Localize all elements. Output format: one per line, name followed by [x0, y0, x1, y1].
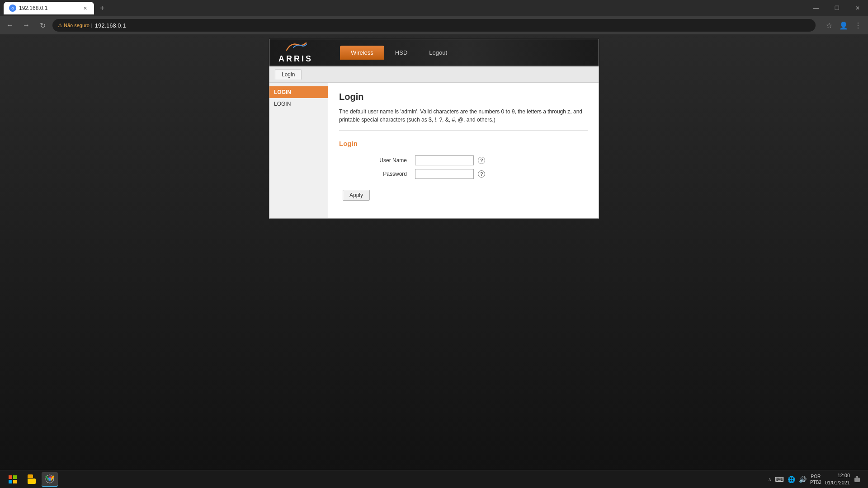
login-form: User Name ? Password ? [339, 154, 588, 181]
profile-icon[interactable]: 👤 [837, 19, 850, 32]
breadcrumb[interactable]: Login [275, 69, 302, 80]
window-controls: — ❐ ✕ [806, 0, 868, 16]
sidebar: LOGIN LOGIN [269, 83, 328, 218]
system-tray: ∧ ⌨ 🌐 🔊 POR PTB2 12:00 01/01/2021 [764, 472, 864, 487]
system-clock[interactable]: 12:00 01/01/2021 [825, 472, 850, 486]
network-icon[interactable]: 🌐 [788, 476, 795, 483]
nav-tab-hsd[interactable]: HSD [384, 46, 418, 60]
svg-rect-4 [854, 478, 860, 482]
notification-icon [854, 476, 860, 483]
breadcrumb-bar: Login [269, 66, 599, 83]
volume-icon[interactable]: 🔊 [799, 476, 807, 483]
clock-time: 12:00 [825, 472, 850, 479]
username-row: User Name ? [339, 154, 588, 167]
keyboard-icon[interactable]: ⌨ [775, 476, 784, 483]
not-secure-indicator: ⚠ Não seguro | [58, 23, 92, 28]
new-tab-button[interactable]: + [96, 2, 108, 14]
url-bar[interactable]: ⚠ Não seguro | 192.168.0.1 [52, 19, 816, 32]
clock-date: 01/01/2021 [825, 479, 850, 486]
browser-tab-active[interactable]: G 192.168.0.1 ✕ [4, 2, 94, 14]
arris-bird-icon [284, 41, 307, 54]
brand-name: ARRIS [278, 54, 313, 64]
password-row: Password ? [339, 167, 588, 181]
window-minimize-button[interactable]: — [806, 0, 826, 16]
chrome-icon [45, 474, 54, 483]
page-title: Login [339, 92, 588, 102]
password-label: Password [339, 167, 411, 181]
browser-window: G 192.168.0.1 ✕ + — ❐ ✕ ← → ↻ ⚠ Não segu… [0, 0, 868, 34]
language-code: POR PTB2 [810, 474, 821, 485]
refresh-button[interactable]: ↻ [36, 19, 49, 32]
taskbar-chrome[interactable] [42, 472, 58, 487]
password-input[interactable] [415, 169, 474, 179]
username-input[interactable] [415, 155, 474, 165]
sidebar-item-login-active[interactable]: LOGIN [269, 86, 328, 98]
window-close-button[interactable]: ✕ [847, 0, 868, 16]
arris-logo: ARRIS [278, 41, 313, 64]
warning-icon: ⚠ [58, 23, 62, 28]
back-button[interactable]: ← [4, 19, 16, 32]
menu-icon[interactable]: ⋮ [852, 19, 864, 32]
page-wrapper: ARRIS Wireless HSD Logout Login [0, 34, 868, 488]
sidebar-item-login[interactable]: LOGIN [269, 98, 328, 110]
tab-favicon: G [9, 5, 16, 12]
main-content: LOGIN LOGIN Login The default user name … [269, 83, 599, 218]
tray-expand-icon[interactable]: ∧ [768, 477, 771, 482]
address-bar: ← → ↻ ⚠ Não seguro | 192.168.0.1 ☆ 👤 ⋮ [0, 16, 868, 34]
tab-bar: G 192.168.0.1 ✕ + — ❐ ✕ [0, 0, 868, 16]
nav-tab-logout[interactable]: Logout [418, 46, 458, 60]
form-actions: Apply [339, 190, 588, 201]
password-help-icon[interactable]: ? [478, 170, 485, 178]
svg-rect-5 [856, 476, 858, 478]
apply-button[interactable]: Apply [343, 190, 370, 201]
taskbar-file-explorer[interactable] [24, 472, 40, 487]
url-separator: | [91, 23, 92, 28]
content-description: The default user name is 'admin'. Valid … [339, 108, 588, 131]
username-help-icon[interactable]: ? [478, 157, 485, 164]
router-nav-tabs: Wireless HSD Logout [340, 46, 458, 60]
tab-title: 192.168.0.1 [19, 5, 47, 11]
language-indicator[interactable]: POR PTB2 [810, 474, 821, 485]
taskbar-apps [24, 472, 58, 487]
content-area: Login The default user name is 'admin'. … [328, 83, 599, 218]
svg-text:G: G [11, 7, 14, 10]
nav-tab-wireless[interactable]: Wireless [340, 46, 384, 60]
notification-button[interactable] [854, 472, 861, 487]
username-label: User Name [339, 154, 411, 167]
section-title: Login [339, 140, 588, 147]
windows-logo-icon [9, 475, 17, 483]
not-secure-label: Não seguro [64, 23, 90, 28]
taskbar: ∧ ⌨ 🌐 🔊 POR PTB2 12:00 01/01/2021 [0, 470, 868, 488]
forward-button[interactable]: → [20, 19, 33, 32]
router-ui: ARRIS Wireless HSD Logout Login [269, 39, 599, 219]
browser-action-icons: ☆ 👤 ⋮ [823, 19, 864, 32]
bookmark-star-icon[interactable]: ☆ [823, 19, 835, 32]
window-restore-button[interactable]: ❐ [826, 0, 847, 16]
start-button[interactable] [4, 472, 22, 487]
url-text: 192.168.0.1 [95, 22, 126, 29]
router-header: ARRIS Wireless HSD Logout [269, 39, 599, 66]
tab-close-button[interactable]: ✕ [81, 5, 89, 12]
file-explorer-icon [28, 474, 36, 484]
